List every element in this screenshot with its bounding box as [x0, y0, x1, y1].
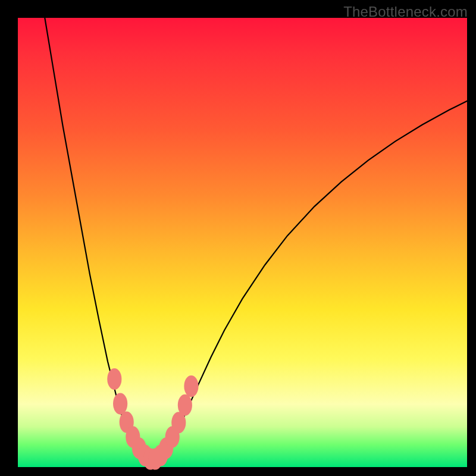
bead: [184, 375, 198, 397]
bead: [107, 368, 121, 390]
bead: [178, 394, 192, 416]
bead: [113, 393, 127, 414]
plot-area: [18, 18, 467, 467]
watermark-text: TheBottleneck.com: [343, 4, 468, 20]
outer-frame: TheBottleneck.com: [0, 0, 476, 476]
chart-svg: [18, 18, 467, 467]
beads-group: [107, 368, 198, 470]
v-curve: [45, 18, 467, 462]
